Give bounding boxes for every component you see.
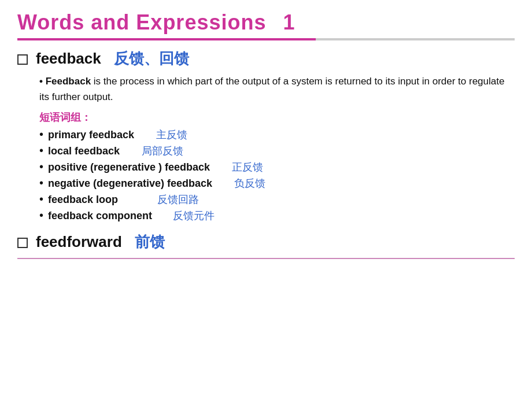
phrase-item: • feedback loop 反馈回路 <box>39 193 515 206</box>
title-underline <box>17 38 515 40</box>
phrase-cn: 正反馈 <box>232 160 263 174</box>
phrase-en: feedback loop <box>48 194 118 206</box>
phrase-cn: 反馈元件 <box>173 209 215 223</box>
bullet-icon: • <box>39 161 43 172</box>
bullet-icon: • <box>39 128 43 140</box>
checkbox-icon-2 <box>17 238 28 248</box>
page-title: Words and Expressions 1 <box>17 10 515 35</box>
phrase-cn: 负反馈 <box>234 176 265 190</box>
title-text: Words and Expressions <box>17 10 266 34</box>
phrase-item: • positive (regenerative ) feedback 正反馈 <box>39 160 515 174</box>
phrase-en: local feedback <box>48 145 120 157</box>
phrase-cn: 反馈回路 <box>157 193 199 206</box>
section2-word: feedforward <box>36 233 122 251</box>
bullet-icon: • <box>39 209 43 221</box>
section-feedforward: feedforward 前馈 <box>17 232 515 252</box>
section-word: feedback <box>36 50 101 68</box>
definition: • Feedback is the process in which part … <box>39 73 515 105</box>
phrase-en: negative (degenerative) feedback <box>48 178 212 190</box>
phrase-en: primary feedback <box>48 129 134 141</box>
definition-bold: • Feedback <box>39 76 91 87</box>
page: Words and Expressions 1 feedback 反馈、回馈 •… <box>0 0 532 399</box>
phrase-cn: 主反馈 <box>156 128 187 142</box>
phrase-list: • primary feedback 主反馈 • local feedback … <box>39 128 515 223</box>
section-feedforward-header: feedforward 前馈 <box>17 232 515 252</box>
section-feedback-header: feedback 反馈、回馈 <box>17 49 515 69</box>
section-feedback: feedback 反馈、回馈 • Feedback is the process… <box>17 49 515 223</box>
section-chinese: 反馈、回馈 <box>114 49 189 69</box>
definition-rest: is the process in which part of the outp… <box>39 76 504 102</box>
bullet-icon: • <box>39 193 43 205</box>
phrase-item: • local feedback 局部反馈 <box>39 144 515 158</box>
phrase-en: positive (regenerative ) feedback <box>48 161 210 173</box>
definition-text: • Feedback is the process in which part … <box>39 76 504 102</box>
phrases-header: 短语词组： <box>39 110 515 124</box>
checkbox-icon <box>17 54 28 65</box>
section2-chinese: 前馈 <box>135 232 165 252</box>
phrase-en: feedback component <box>48 210 152 222</box>
phrase-item: • negative (degenerative) feedback 负反馈 <box>39 176 515 190</box>
bottom-line <box>17 258 515 259</box>
phrase-item: • feedback component 反馈元件 <box>39 209 515 223</box>
title-number: 1 <box>283 10 295 34</box>
bullet-icon: • <box>39 177 43 189</box>
bullet-icon: • <box>39 145 43 156</box>
phrase-cn: 局部反馈 <box>142 144 183 158</box>
phrase-item: • primary feedback 主反馈 <box>39 128 515 142</box>
